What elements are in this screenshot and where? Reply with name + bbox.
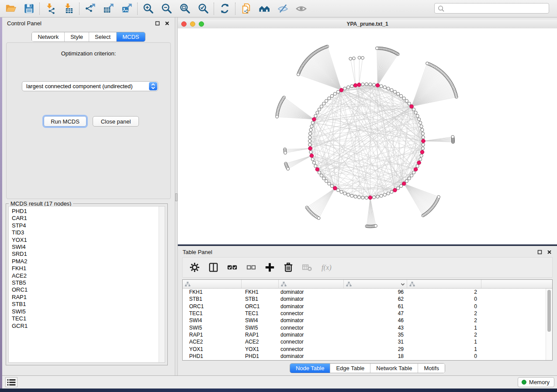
network-hub-node[interactable] — [393, 188, 397, 192]
network-hub-node[interactable] — [315, 168, 319, 172]
tab-mcds[interactable]: MCDS — [116, 32, 145, 41]
network-hub-node[interactable] — [417, 161, 421, 165]
optimization-criterion-select[interactable]: largest connected component (undirected) — [22, 81, 158, 91]
network-hub-node[interactable] — [310, 154, 314, 158]
network-node[interactable] — [354, 195, 357, 198]
tab-select[interactable]: Select — [89, 32, 116, 41]
network-node[interactable] — [408, 177, 411, 180]
documents-share-icon[interactable] — [239, 2, 253, 16]
network-node[interactable] — [361, 196, 364, 199]
network-node[interactable] — [308, 136, 311, 139]
network-node[interactable] — [316, 111, 319, 114]
float-icon[interactable] — [155, 21, 160, 26]
network-node[interactable] — [376, 195, 379, 198]
network-node[interactable] — [412, 171, 415, 174]
column-header-predecessor-nodes[interactable] — [407, 280, 481, 288]
network-node[interactable] — [330, 185, 333, 188]
export-network-icon[interactable] — [83, 2, 97, 16]
network-node[interactable] — [314, 114, 317, 117]
network-node[interactable] — [405, 179, 408, 182]
network-node[interactable] — [420, 125, 423, 128]
network-node[interactable] — [383, 86, 386, 89]
search-box[interactable] — [434, 3, 549, 14]
table-tab-node-table[interactable]: Node Table — [290, 364, 330, 373]
mcds-result-item[interactable]: SWI4 — [12, 244, 165, 251]
add-column-icon[interactable] — [263, 261, 276, 274]
network-node[interactable] — [330, 94, 333, 97]
import-table-icon[interactable] — [61, 2, 76, 16]
tab-style[interactable]: Style — [64, 32, 89, 41]
network-node[interactable] — [420, 154, 423, 157]
table-row[interactable]: PHD1PHD1dominator180 — [183, 353, 546, 360]
mcds-result-item[interactable]: PMA2 — [12, 258, 165, 265]
network-hub-node[interactable] — [312, 117, 316, 121]
network-node[interactable] — [405, 100, 408, 103]
network-node[interactable] — [426, 62, 429, 65]
network-node[interactable] — [400, 185, 403, 188]
network-node[interactable] — [320, 174, 323, 177]
network-node[interactable] — [361, 56, 364, 59]
memory-button[interactable]: Memory — [518, 377, 554, 387]
close-panel-button[interactable]: Close panel — [93, 116, 139, 127]
zoom-fit-icon[interactable] — [177, 2, 192, 16]
network-node[interactable] — [397, 187, 400, 190]
zoom-selected-icon[interactable] — [196, 2, 211, 16]
network-node[interactable] — [347, 193, 350, 196]
mcds-result-item[interactable]: STB1 — [12, 301, 165, 308]
network-hub-node[interactable] — [333, 186, 337, 190]
network-node[interactable] — [393, 90, 396, 93]
network-node[interactable] — [347, 86, 350, 89]
network-node[interactable] — [322, 177, 325, 180]
refresh-layout-icon[interactable] — [217, 2, 232, 16]
network-node[interactable] — [309, 132, 312, 135]
network-hub-node[interactable] — [376, 83, 380, 87]
network-hub-node[interactable] — [410, 105, 414, 109]
network-node[interactable] — [309, 128, 312, 131]
network-node[interactable] — [297, 73, 300, 76]
network-node[interactable] — [318, 108, 321, 111]
mcds-result-item[interactable]: STP4 — [12, 222, 165, 229]
network-hub-node[interactable] — [308, 147, 312, 151]
network-node[interactable] — [287, 167, 290, 170]
network-node[interactable] — [421, 132, 424, 135]
network-hub-node[interactable] — [357, 83, 361, 87]
select-all-checks-icon[interactable] — [225, 261, 239, 274]
mcds-result-item[interactable]: PHD1 — [12, 208, 165, 215]
network-node[interactable] — [419, 121, 422, 124]
table-row[interactable]: TEC1TEC1connector472 — [183, 310, 546, 317]
mcds-result-item[interactable]: ORC1 — [12, 286, 165, 293]
close-icon[interactable] — [164, 21, 170, 26]
table-tab-network-table[interactable]: Network Table — [370, 364, 418, 373]
table-row[interactable]: YOX1YOX1connector291 — [183, 345, 546, 352]
mcds-result-item[interactable]: SRD1 — [12, 251, 165, 258]
mcds-result-item[interactable]: CAR1 — [12, 215, 165, 222]
vertical-splitter[interactable] — [175, 17, 178, 375]
network-node[interactable] — [328, 182, 331, 185]
network-hub-node[interactable] — [422, 139, 426, 143]
mcds-result-item[interactable]: GCR1 — [12, 323, 165, 330]
network-node[interactable] — [350, 85, 353, 88]
mcds-result-item[interactable]: ACE2 — [12, 272, 165, 279]
mcds-result-item[interactable]: TID3 — [12, 229, 165, 236]
network-node[interactable] — [451, 135, 454, 138]
column-header-MCDS-role[interactable] — [279, 280, 344, 288]
network-node[interactable] — [390, 89, 393, 92]
network-node[interactable] — [418, 118, 421, 121]
network-node[interactable] — [400, 94, 403, 97]
network-hub-node[interactable] — [353, 83, 357, 87]
delete-trash-icon[interactable] — [282, 261, 295, 274]
table-row[interactable]: SWI5SWI5connector431 — [183, 324, 546, 331]
houses-icon[interactable] — [257, 2, 272, 16]
eye-hidden-icon[interactable] — [275, 2, 290, 16]
network-node[interactable] — [325, 179, 328, 182]
network-node[interactable] — [372, 196, 375, 199]
network-node[interactable] — [310, 125, 313, 128]
open-file-icon[interactable] — [3, 2, 18, 16]
table-row[interactable]: ACE2ACE2connector311 — [183, 338, 546, 345]
network-node[interactable] — [336, 189, 339, 192]
run-mcds-button[interactable]: Run MCDS — [44, 116, 86, 127]
show-columns-icon[interactable] — [207, 261, 220, 274]
network-node[interactable] — [412, 108, 415, 111]
network-node[interactable] — [318, 171, 321, 174]
import-network-icon[interactable] — [43, 2, 58, 16]
